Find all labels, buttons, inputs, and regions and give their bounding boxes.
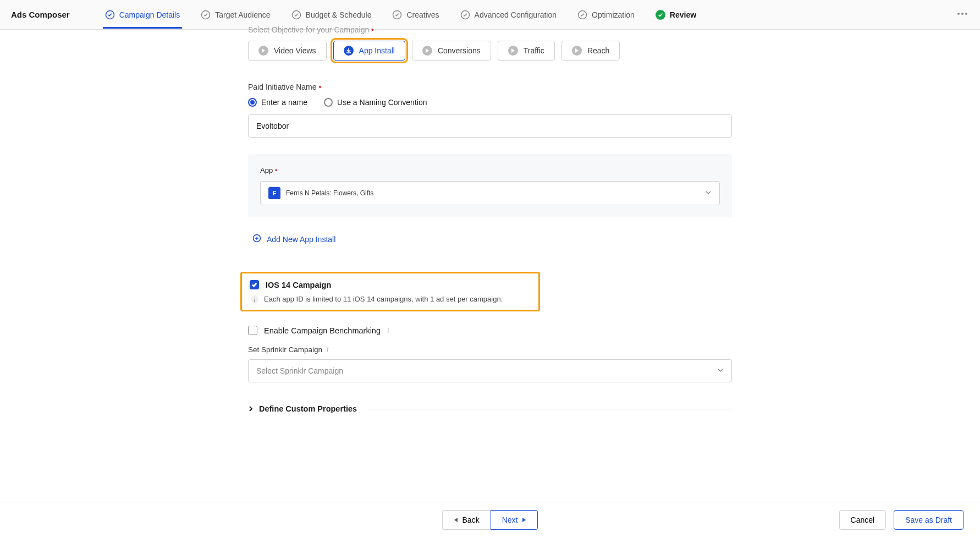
check-circle-icon [460, 10, 470, 20]
app-name: Ferns N Petals: Flowers, Gifts [286, 189, 373, 197]
objective-label: Select Objective for your Campaign [248, 25, 732, 34]
app-select[interactable]: F Ferns N Petals: Flowers, Gifts [260, 181, 720, 205]
info-icon: i [327, 345, 329, 354]
initiative-name-label: Paid Initiative Name [248, 83, 732, 91]
radio-label: Enter a name [261, 98, 307, 107]
more-icon[interactable] [956, 7, 969, 22]
objective-label: App Install [359, 46, 395, 55]
sprinklr-campaign-select[interactable]: Select Sprinklr Campaign [248, 359, 732, 382]
app-box: App F Ferns N Petals: Flowers, Gifts [248, 154, 732, 217]
ios-info-row: i Each app ID is limited to 11 iOS 14 ca… [251, 295, 531, 303]
step-campaign-details[interactable]: Campaign Details [103, 1, 183, 29]
set-sprinklr-label: Set Sprinklr Campaign i [248, 345, 732, 354]
add-new-app-install-link[interactable]: Add New App Install [248, 234, 732, 244]
objective-reach[interactable]: Reach [561, 41, 620, 61]
initiative-name-input[interactable] [248, 114, 732, 138]
objective-label: Conversions [438, 46, 481, 55]
select-placeholder: Select Sprinklr Campaign [256, 366, 343, 375]
check-circle-filled-icon [656, 10, 665, 20]
objective-row: Video Views App Install Conversions Traf… [248, 41, 732, 61]
chevron-down-icon [705, 189, 712, 198]
benchmark-label: Enable Campaign Benchmarking [264, 326, 381, 335]
step-target-audience[interactable]: Target Audience [199, 1, 272, 29]
checkbox-icon [248, 326, 257, 335]
expand-label: Define Custom Properties [259, 404, 357, 413]
ios-14-checkbox-row[interactable]: IOS 14 Campaign [250, 280, 531, 289]
radio-enter-name[interactable]: Enter a name [248, 98, 307, 107]
step-label: Optimization [592, 10, 635, 19]
plus-circle-icon [252, 234, 261, 244]
radio-naming-convention[interactable]: Use a Naming Convention [324, 98, 427, 107]
app-title: Ads Composer [11, 10, 70, 19]
benchmark-checkbox-row[interactable]: Enable Campaign Benchmarking i [248, 326, 732, 335]
step-creatives[interactable]: Creatives [390, 1, 441, 29]
play-icon [572, 46, 582, 56]
objective-video-views[interactable]: Video Views [248, 41, 327, 61]
objective-label: Reach [587, 46, 609, 55]
radio-label: Use a Naming Convention [337, 98, 427, 107]
ios-14-label: IOS 14 Campaign [266, 281, 331, 289]
radio-icon [324, 98, 333, 107]
check-circle-icon [392, 10, 402, 20]
step-label: Review [670, 10, 696, 19]
step-label: Campaign Details [119, 10, 180, 19]
play-icon [508, 46, 518, 56]
objective-traffic[interactable]: Traffic [498, 41, 555, 61]
radio-row: Enter a name Use a Naming Convention [248, 98, 732, 107]
check-circle-icon [291, 10, 301, 20]
step-budget-schedule[interactable]: Budget & Schedule [289, 1, 374, 29]
main-content: Select Objective for your Campaign Video… [0, 30, 980, 479]
step-optimization[interactable]: Optimization [575, 1, 637, 29]
stepper: Campaign Details Target Audience Budget … [103, 1, 956, 29]
play-icon [422, 46, 432, 56]
objective-label: Video Views [274, 46, 316, 55]
objective-app-install[interactable]: App Install [333, 41, 405, 61]
svg-point-6 [957, 13, 960, 15]
step-label: Budget & Schedule [306, 10, 372, 19]
step-label: Creatives [406, 10, 439, 19]
define-custom-properties-toggle[interactable]: Define Custom Properties [248, 404, 732, 413]
info-icon: i [387, 326, 389, 335]
add-link-label: Add New App Install [267, 235, 335, 244]
step-review[interactable]: Review [653, 1, 698, 29]
chevron-right-icon [248, 404, 254, 413]
checkbox-icon [250, 280, 259, 289]
check-circle-icon [201, 10, 211, 20]
chevron-down-icon [717, 366, 724, 375]
objective-conversions[interactable]: Conversions [412, 41, 491, 61]
svg-point-8 [965, 13, 967, 15]
divider [368, 409, 732, 409]
step-label: Target Audience [215, 10, 270, 19]
app-icon: F [268, 187, 280, 199]
play-icon [258, 46, 268, 56]
app-label: App [260, 166, 720, 174]
step-advanced-configuration[interactable]: Advanced Configuration [458, 1, 559, 29]
radio-icon [248, 98, 257, 107]
download-icon [344, 46, 354, 56]
info-icon: i [251, 295, 258, 303]
check-circle-icon [105, 10, 115, 20]
ios-info-text: Each app ID is limited to 11 iOS 14 camp… [264, 295, 503, 303]
ios-14-highlight-box: IOS 14 Campaign i Each app ID is limited… [240, 272, 540, 311]
svg-point-7 [961, 13, 964, 15]
step-label: Advanced Configuration [475, 10, 557, 19]
check-circle-icon [577, 10, 587, 20]
objective-label: Traffic [524, 46, 544, 55]
